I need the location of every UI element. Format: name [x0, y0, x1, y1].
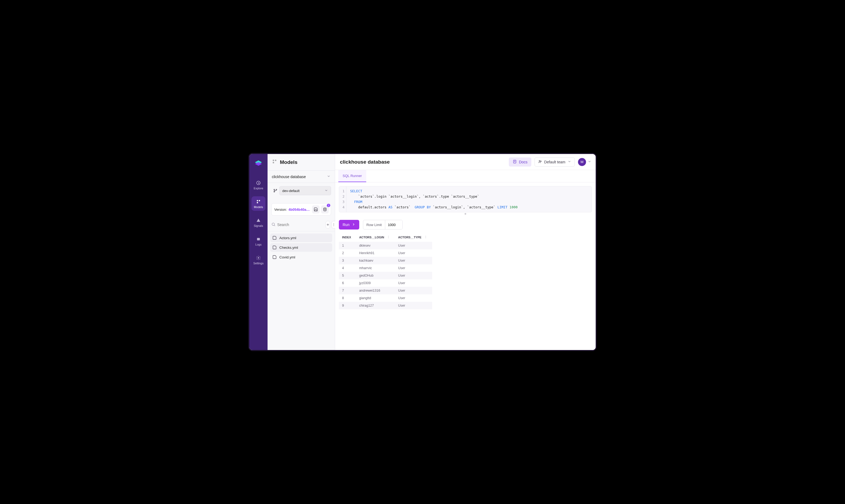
- nav-logs[interactable]: Logs: [252, 234, 265, 248]
- nav-explore[interactable]: Explore: [252, 178, 265, 192]
- nav-settings[interactable]: Settings: [252, 253, 265, 267]
- col-type: ACTORS__TYPE: [395, 233, 432, 242]
- svg-point-31: [388, 236, 389, 236]
- page-title: clickhouse database: [340, 159, 390, 165]
- database-name: clickhouse database: [272, 175, 306, 179]
- file-item[interactable]: Checks.yml: [270, 243, 332, 252]
- svg-rect-11: [273, 162, 274, 163]
- svg-marker-3: [258, 182, 259, 184]
- cell-login: kachkaev: [356, 257, 395, 264]
- cell-index: 2: [339, 249, 356, 257]
- book-icon: [513, 159, 517, 164]
- run-label: Run: [343, 222, 349, 227]
- svg-rect-6: [257, 202, 258, 203]
- chevron-down-icon: [327, 174, 330, 179]
- svg-point-15: [324, 208, 326, 209]
- svg-point-33: [388, 238, 389, 238]
- column-menu-button[interactable]: [424, 235, 427, 239]
- sql-code[interactable]: SELECT `actors`.login `actors__login`, `…: [346, 186, 592, 212]
- save-version-button[interactable]: [312, 205, 320, 213]
- search-icon: [271, 222, 276, 227]
- cell-login: andrewei1316: [356, 287, 395, 294]
- table-row[interactable]: 6jyz0309User: [339, 279, 432, 287]
- table-row[interactable]: 1dklesevUser: [339, 242, 432, 249]
- cell-login: Henrikh91: [356, 249, 395, 257]
- nav-label: Models: [254, 205, 263, 209]
- file-item[interactable]: Covid.yml: [270, 253, 332, 262]
- table-row[interactable]: 9chirag127User: [339, 302, 432, 309]
- results-header-row: INDEX ACTORS__LOGIN ACTORS__TYPE: [339, 233, 432, 242]
- docs-label: Docs: [519, 160, 528, 164]
- team-select[interactable]: Default team: [535, 158, 575, 166]
- compass-icon: [256, 180, 261, 185]
- branch-name: dev-default: [282, 189, 299, 193]
- svg-point-12: [274, 189, 275, 190]
- branch-select[interactable]: dev-default: [279, 186, 331, 195]
- table-row[interactable]: 3kachkaevUser: [339, 257, 432, 264]
- cell-type: User: [395, 272, 432, 279]
- models-header: Models: [268, 154, 335, 170]
- row-limit-control: Row Limit: [363, 220, 403, 230]
- branch-icon: [271, 186, 279, 195]
- cell-index: 7: [339, 287, 356, 294]
- file-name: Covid.yml: [279, 255, 295, 259]
- nav-label: Explore: [254, 187, 263, 190]
- models-panel: Models clickhouse database dev-default V…: [268, 154, 335, 350]
- query-controls: Run Row Limit: [335, 220, 596, 232]
- tab-sql-runner[interactable]: SQL Runner: [338, 170, 366, 182]
- team-icon: [538, 160, 542, 164]
- tab-bar: SQL Runner: [335, 170, 596, 182]
- nav-signals[interactable]: Signals: [252, 215, 265, 230]
- svg-point-14: [276, 189, 277, 190]
- cell-index: 8: [339, 294, 356, 302]
- chevron-down-icon: [324, 188, 328, 193]
- avatar: M: [578, 158, 586, 166]
- file-name: Actors.yml: [279, 236, 296, 240]
- editor-resizer[interactable]: [339, 212, 592, 216]
- file-icon: [272, 236, 277, 240]
- table-row[interactable]: 4mharrvicUser: [339, 264, 432, 272]
- cell-index: 4: [339, 264, 356, 272]
- app-logo: [254, 159, 263, 168]
- svg-rect-9: [273, 160, 274, 161]
- svg-point-22: [333, 226, 334, 226]
- cell-type: User: [395, 302, 432, 309]
- file-item[interactable]: Actors.yml: [270, 234, 332, 242]
- table-row[interactable]: 5gedOHubUser: [339, 272, 432, 279]
- table-row[interactable]: 7andrewei1316User: [339, 287, 432, 294]
- cell-index: 9: [339, 302, 356, 309]
- svg-point-27: [540, 161, 541, 161]
- nav-models[interactable]: Models: [252, 196, 265, 211]
- run-button[interactable]: Run: [339, 220, 359, 230]
- results-table: INDEX ACTORS__LOGIN ACTORS__TYPE 1dklese…: [339, 233, 432, 309]
- models-title: Models: [280, 159, 297, 165]
- svg-point-32: [388, 237, 389, 237]
- file-icon: [272, 255, 277, 259]
- cell-type: User: [395, 242, 432, 249]
- account-menu[interactable]: M: [578, 158, 591, 166]
- row-limit-input[interactable]: [385, 220, 402, 229]
- sync-version-button[interactable]: 3: [321, 205, 329, 213]
- svg-rect-5: [259, 200, 260, 201]
- version-card: Version: 4b054b40aa… 3: [271, 203, 331, 216]
- cell-type: User: [395, 287, 432, 294]
- table-row[interactable]: 2Henrikh91User: [339, 249, 432, 257]
- avatar-initial: M: [581, 160, 584, 164]
- cell-index: 5: [339, 272, 356, 279]
- svg-point-13: [274, 191, 275, 192]
- sql-editor[interactable]: 1234 SELECT `actors`.login `actors__logi…: [339, 186, 592, 212]
- log-icon: [256, 236, 261, 242]
- blocks-icon: [272, 159, 277, 165]
- file-search-input[interactable]: [277, 222, 324, 227]
- add-file-button[interactable]: [326, 221, 330, 229]
- app-window: Explore Models Signals Logs Settings: [248, 153, 597, 351]
- col-index: INDEX: [339, 233, 356, 242]
- row-limit-label: Row Limit: [363, 220, 385, 229]
- docs-button[interactable]: Docs: [509, 158, 531, 166]
- cell-login: chirag127: [356, 302, 395, 309]
- cell-index: 1: [339, 242, 356, 249]
- database-selector[interactable]: clickhouse database: [268, 170, 335, 183]
- column-menu-button[interactable]: [387, 235, 390, 239]
- table-row[interactable]: 8giangttdUser: [339, 294, 432, 302]
- chevron-down-icon: [568, 160, 571, 164]
